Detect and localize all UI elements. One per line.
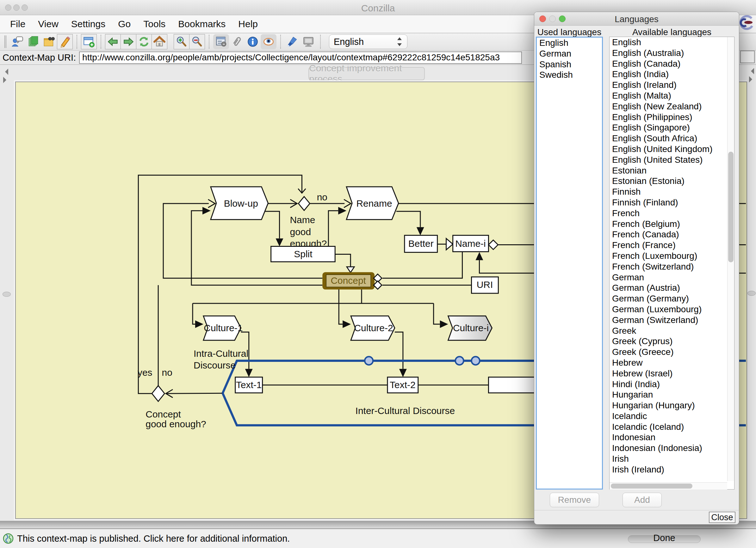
available-language-item[interactable]: Hungarian [610,389,734,400]
available-language-item[interactable]: English (Canada) [610,59,734,69]
splitter-knob[interactable] [3,292,11,297]
home-icon[interactable] [152,34,167,49]
available-language-item[interactable]: English (United States) [610,155,734,165]
split-expand-right-icon[interactable] [749,76,755,83]
node-culture-2[interactable]: Culture-2 [351,316,395,340]
available-language-item[interactable]: Greek (Greece) [610,347,734,357]
available-language-item[interactable]: French (Canada) [610,229,734,240]
available-language-item[interactable]: English (Malta) [610,90,734,101]
dialog-titlebar[interactable]: Languages [534,12,739,26]
available-language-item[interactable]: English (Singapore) [610,122,734,133]
refresh-icon[interactable] [136,34,152,49]
available-language-item[interactable]: German (Austria) [610,282,734,293]
node-name-i[interactable]: Name-i [453,236,498,252]
available-language-item[interactable]: French [610,208,734,219]
available-language-item[interactable]: Finnish [610,187,734,197]
node-blowup[interactable]: Blow-up [211,187,268,220]
folder-search-icon[interactable] [41,34,57,49]
decision-name-good-enough[interactable]: no Name good enough? [290,192,327,249]
available-language-item[interactable]: Irish [610,453,734,464]
available-language-item[interactable]: English (India) [610,69,734,80]
used-language-item[interactable]: Spanish [537,59,602,70]
map-tab-title[interactable]: Concept improvement process [308,67,425,80]
screen-icon[interactable] [301,34,316,49]
toolbar-drag-handle[interactable] [4,35,6,48]
node-text-2[interactable]: Text-2 [387,377,418,393]
available-language-item[interactable]: Indonesian (Indonesia) [610,443,734,453]
split-collapse-left-icon[interactable] [2,69,8,75]
available-language-item[interactable]: French (Luxembourg) [610,251,734,262]
menu-file[interactable]: File [4,15,32,33]
available-language-item[interactable]: English (New Zealand) [610,101,734,112]
available-language-item[interactable]: German (Switzerland) [610,315,734,325]
available-language-item[interactable]: German (Germany) [610,293,734,304]
available-language-item[interactable]: German [610,272,734,283]
published-status-message[interactable]: This context-map is published. Click her… [17,533,290,544]
available-language-item[interactable]: French (France) [610,240,734,251]
menu-tools[interactable]: Tools [137,15,172,33]
language-selector[interactable]: English [329,34,407,49]
close-button[interactable]: Close [709,512,735,523]
available-language-item[interactable]: English (Australia) [610,48,734,59]
node-concept-selected[interactable]: Concept [322,272,382,289]
scrollbar-thumb[interactable] [728,152,734,262]
available-language-item[interactable]: Icelandic [610,411,734,422]
available-language-item[interactable]: Hindi (India) [610,379,734,390]
available-language-item[interactable]: Hungarian (Hungary) [610,400,734,411]
node-rename[interactable]: Rename [346,187,399,220]
annotate-person-icon[interactable] [9,34,25,49]
available-language-item[interactable]: Icelandic (Iceland) [610,422,734,432]
available-language-item[interactable]: German (Luxembourg) [610,304,734,315]
node-culture-i[interactable]: Culture-i [448,316,492,340]
available-language-item[interactable]: Indonesian [610,432,734,443]
available-language-item[interactable]: Estonian [610,165,734,176]
eye-icon[interactable] [261,34,276,49]
forward-icon[interactable] [121,34,136,49]
back-icon[interactable] [105,34,121,49]
available-language-item[interactable]: Hebrew (Israel) [610,368,734,379]
available-language-item[interactable]: English (Philippines) [610,112,734,123]
available-language-item[interactable]: Finnish (Finland) [610,197,734,208]
menu-help[interactable]: Help [232,15,264,33]
available-language-item[interactable]: English (Ireland) [610,80,734,90]
menu-settings[interactable]: Settings [65,15,112,33]
node-split[interactable]: Split [271,246,335,262]
available-language-item[interactable]: Greek [610,325,734,336]
panel-view-icon[interactable] [213,34,229,49]
zoom-in-icon[interactable] [174,34,189,49]
new-window-icon[interactable] [81,34,97,49]
decision-concept-good-enough[interactable]: yes no Concept good enough? [138,367,206,429]
used-language-item[interactable]: English [537,38,602,48]
menu-go[interactable]: Go [112,15,137,33]
uri-input[interactable] [79,52,522,64]
available-language-item[interactable]: French (Belgium) [610,219,734,230]
available-vertical-scrollbar[interactable] [727,37,734,481]
node-better[interactable]: Better [405,236,437,253]
available-language-item[interactable]: English (United Kingdom) [610,144,734,155]
scrollbar-thumb[interactable] [611,483,692,489]
add-button[interactable]: Add [623,493,662,507]
available-language-item[interactable]: Hebrew [610,357,734,368]
node-uri[interactable]: URI [472,277,499,293]
available-language-item[interactable]: English [610,37,734,48]
available-language-item[interactable]: English (South Africa) [610,133,734,144]
menu-view[interactable]: View [32,15,65,33]
node-text-i-partial[interactable] [488,377,535,393]
available-horizontal-scrollbar[interactable] [610,482,727,489]
available-language-item[interactable]: Estonian (Estonia) [610,176,734,187]
used-languages-list[interactable]: EnglishGermanSpanishSwedish [536,37,603,489]
used-language-item[interactable]: Swedish [537,70,602,80]
split-collapse-left-icon[interactable] [748,68,754,74]
copy-pages-icon[interactable] [25,34,41,49]
available-language-item[interactable]: French (Switzerland) [610,262,734,272]
info-icon[interactable] [245,34,261,49]
menu-bookmarks[interactable]: Bookmarks [172,15,232,33]
node-culture-1[interactable]: Culture-1 [203,316,243,340]
edit-pencil-icon[interactable] [57,34,73,49]
style-brush-icon[interactable] [285,34,301,49]
available-languages-list[interactable]: EnglishEnglish (Australia)English (Canad… [609,37,734,489]
zoom-out-icon[interactable] [189,34,205,49]
split-expand-right-icon[interactable] [3,77,9,83]
splitter-knob[interactable] [747,291,756,296]
remove-button[interactable]: Remove [550,493,599,507]
